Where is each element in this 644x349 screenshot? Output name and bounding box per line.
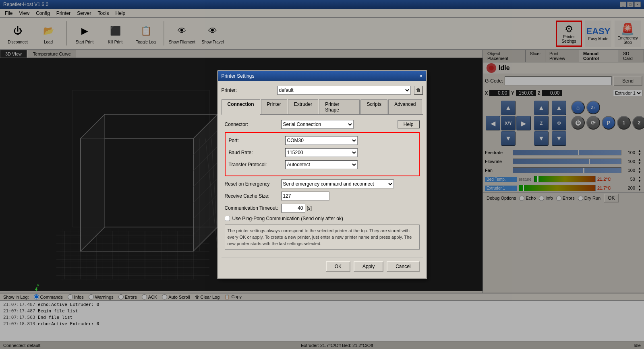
dialog-body: Printer: default 🗑 Connection Printer Ex…	[218, 81, 426, 278]
dialog-tab-extruder[interactable]: Extruder	[288, 99, 318, 114]
baud-label: Baud Rate:	[229, 150, 285, 155]
cache-row: Receive Cache Size:	[225, 192, 420, 200]
printer-row: Printer: default 🗑	[222, 84, 423, 96]
printer-select[interactable]: default	[277, 86, 411, 95]
reset-row: Reset on Emergency Send emergency comman…	[225, 180, 420, 188]
info-text: The printer settings always correspond t…	[225, 225, 420, 250]
timeout-spin: [s]	[281, 204, 312, 213]
ping-pong-checkbox[interactable]	[225, 216, 230, 221]
dialog-tab-scripts[interactable]: Scripts	[360, 99, 387, 114]
connection-tab-content: Connector: Serial Connection Help Port: …	[222, 115, 423, 254]
dialog-titlebar: Printer Settings ×	[218, 71, 426, 81]
protocol-select[interactable]: Autodetect	[285, 160, 358, 169]
connector-label: Connector:	[225, 122, 281, 127]
port-row: Port: COM30	[229, 136, 416, 145]
ok-button[interactable]: OK	[326, 261, 350, 272]
dialog-tab-advanced[interactable]: Advanced	[388, 99, 422, 114]
delete-printer-button[interactable]: 🗑	[414, 86, 423, 95]
printer-label: Printer:	[222, 87, 274, 93]
dialog-overlay: Printer Settings × Printer: default 🗑 Co…	[0, 0, 644, 349]
reset-label: Reset on Emergency	[225, 181, 281, 187]
baud-rate-row: Baud Rate: 115200	[229, 148, 416, 157]
dialog-tab-connection[interactable]: Connection	[222, 99, 260, 115]
protocol-row: Transfer Protocol: Autodetect	[229, 160, 416, 169]
ping-pong-row: Use Ping-Pong Communication (Send only a…	[225, 216, 420, 221]
dialog-tab-printer[interactable]: Printer	[261, 99, 287, 114]
connector-row: Connector: Serial Connection Help	[225, 120, 420, 129]
timeout-label: Communication Timeout:	[225, 205, 281, 211]
timeout-row: Communication Timeout: [s]	[225, 204, 420, 213]
cache-label: Receive Cache Size:	[225, 193, 281, 199]
timeout-unit: [s]	[307, 205, 312, 211]
printer-settings-dialog: Printer Settings × Printer: default 🗑 Co…	[217, 70, 427, 279]
dialog-tabs: Connection Printer Extruder Printer Shap…	[222, 99, 423, 115]
dialog-tab-printer-shape[interactable]: Printer Shape	[319, 99, 360, 114]
reset-select[interactable]: Send emergency command and reconnect	[281, 180, 394, 188]
timeout-input[interactable]	[281, 204, 305, 213]
cache-input[interactable]	[281, 192, 329, 200]
port-settings-group: Port: COM30 Baud Rate: 115200 Transfer P…	[225, 132, 420, 176]
connector-select[interactable]: Serial Connection	[281, 120, 354, 129]
port-select[interactable]: COM30	[285, 136, 358, 145]
baud-select[interactable]: 115200	[285, 148, 358, 157]
ping-pong-label: Use Ping-Pong Communication (Send only a…	[232, 216, 343, 221]
dialog-close-button[interactable]: ×	[419, 73, 422, 79]
protocol-label: Transfer Protocol:	[229, 162, 285, 167]
help-button[interactable]: Help	[398, 120, 420, 128]
dialog-buttons: OK Apply Cancel	[222, 258, 423, 275]
port-label: Port:	[229, 138, 285, 143]
dialog-title: Printer Settings	[222, 73, 255, 79]
cancel-button[interactable]: Cancel	[387, 261, 419, 272]
apply-button[interactable]: Apply	[354, 261, 383, 272]
